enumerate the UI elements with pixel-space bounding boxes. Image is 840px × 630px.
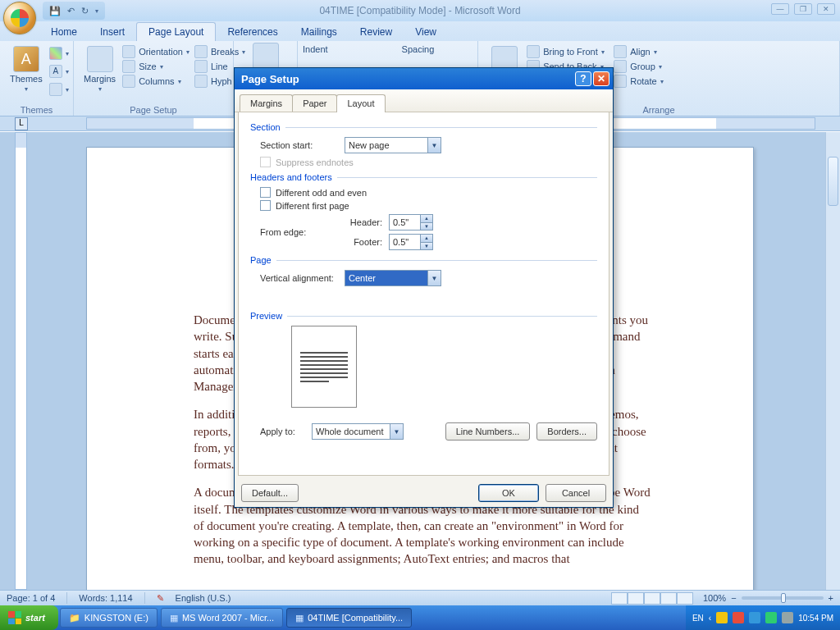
- zoom-in-button[interactable]: +: [829, 593, 833, 603]
- spinner-down-icon[interactable]: ▼: [420, 243, 432, 250]
- bring-to-front-button[interactable]: Bring to Front ▾: [525, 44, 609, 59]
- section-start-label: Section start:: [260, 140, 338, 150]
- titlebar: 💾 ↶ ↻ ▾ 04TIME [Compatibility Mode] - Mi…: [0, 0, 840, 21]
- tab-selector[interactable]: L: [15, 117, 28, 130]
- dialog-body: Section Section start: New page▼ Suppres…: [238, 112, 609, 476]
- tray-icon[interactable]: [733, 612, 744, 623]
- taskbar: start 📁KINGSTON (E:) ▦MS Word 2007 - Mic…: [0, 605, 840, 630]
- vertical-ruler[interactable]: [15, 132, 27, 590]
- undo-icon[interactable]: ↶: [67, 6, 75, 16]
- save-icon[interactable]: 💾: [49, 6, 61, 16]
- default-button[interactable]: Default...: [241, 484, 299, 502]
- status-words[interactable]: Words: 1,114: [79, 593, 132, 603]
- footer-label: Footer:: [345, 237, 382, 247]
- tray-icon[interactable]: [749, 612, 760, 623]
- page-setup-dialog: Page Setup ? ✕ Margins Paper Layout Sect…: [234, 67, 614, 508]
- tray-volume-icon[interactable]: [782, 612, 793, 623]
- tray-expand-icon[interactable]: ‹: [709, 614, 711, 623]
- tab-insert[interactable]: Insert: [89, 23, 136, 41]
- status-language[interactable]: English (U.S.): [176, 593, 231, 603]
- dialog-footer: Default... OK Cancel: [241, 484, 606, 502]
- group-button[interactable]: Group ▾: [612, 59, 664, 74]
- different-first-page-checkbox[interactable]: Different first page: [260, 200, 597, 211]
- tray-icon[interactable]: [716, 612, 728, 623]
- spinner-up-icon[interactable]: ▲: [420, 235, 432, 243]
- different-odd-even-checkbox[interactable]: Different odd and even: [260, 187, 597, 198]
- minimize-button[interactable]: —: [771, 3, 789, 15]
- dialog-close-button[interactable]: ✕: [593, 71, 609, 86]
- dialog-help-button[interactable]: ?: [575, 71, 591, 86]
- section-start-select[interactable]: New page▼: [345, 137, 441, 153]
- taskbar-item-explorer[interactable]: 📁KINGSTON (E:): [60, 608, 158, 628]
- group-page-setup-label: Page Setup: [74, 105, 233, 115]
- size-button[interactable]: Size ▾: [121, 59, 191, 74]
- section-label: Section: [250, 122, 281, 132]
- align-button[interactable]: Align ▾: [612, 44, 664, 59]
- dialog-titlebar[interactable]: Page Setup ? ✕: [235, 68, 613, 89]
- tray-clock[interactable]: 10:54 PM: [798, 614, 833, 623]
- preview-thumbnail: [291, 326, 357, 408]
- word-icon: ▦: [295, 613, 304, 623]
- tab-references[interactable]: References: [216, 23, 289, 41]
- cancel-button[interactable]: Cancel: [546, 484, 606, 502]
- tab-review[interactable]: Review: [349, 23, 404, 41]
- rotate-button[interactable]: Rotate ▾: [612, 74, 664, 89]
- tab-page-layout[interactable]: Page Layout: [136, 22, 216, 41]
- start-button[interactable]: start: [0, 605, 58, 630]
- columns-button[interactable]: Columns ▾: [121, 74, 191, 89]
- tray-language[interactable]: EN: [692, 614, 704, 623]
- vertical-alignment-label: Vertical alignment:: [260, 273, 338, 283]
- tab-home[interactable]: Home: [39, 23, 89, 41]
- status-page[interactable]: Page: 1 of 4: [7, 593, 55, 603]
- suppress-endnotes-checkbox: Suppress endnotes: [260, 157, 597, 167]
- themes-button[interactable]: AThemes▾: [5, 43, 48, 97]
- spinner-up-icon[interactable]: ▲: [420, 215, 432, 223]
- scrollbar-thumb[interactable]: [828, 157, 838, 206]
- line-numbers-button[interactable]: Line Numbers...: [445, 422, 531, 441]
- theme-fonts-button[interactable]: A▾: [48, 64, 71, 79]
- spacing-label: Spacing: [402, 44, 435, 54]
- close-window-button[interactable]: ✕: [817, 3, 835, 15]
- taskbar-item-word2[interactable]: ▦04TIME [Compatibility...: [286, 608, 412, 628]
- qat-dropdown-icon[interactable]: ▾: [95, 7, 98, 15]
- vertical-scrollbar[interactable]: [825, 132, 840, 590]
- dialog-tab-layout[interactable]: Layout: [336, 94, 385, 112]
- apply-to-select[interactable]: Whole document▼: [312, 423, 404, 440]
- footer-distance-input[interactable]: 0.5"▲▼: [389, 234, 433, 250]
- tray-icon[interactable]: [765, 612, 777, 623]
- ok-button[interactable]: OK: [478, 484, 539, 502]
- vertical-alignment-select[interactable]: Center▼: [345, 270, 441, 286]
- theme-colors-button[interactable]: ▾: [48, 46, 71, 61]
- maximize-button[interactable]: ❐: [794, 3, 812, 15]
- quick-access-toolbar: 💾 ↶ ↻ ▾: [43, 2, 105, 20]
- zoom-level[interactable]: 100%: [703, 593, 726, 603]
- indent-label: Indent: [303, 44, 328, 54]
- tab-view[interactable]: View: [404, 23, 448, 41]
- status-bar: Page: 1 of 4 Words: 1,114 ✎ English (U.S…: [0, 590, 840, 605]
- zoom-out-button[interactable]: −: [731, 593, 736, 603]
- spinner-down-icon[interactable]: ▼: [420, 223, 432, 231]
- tab-mailings[interactable]: Mailings: [290, 23, 349, 41]
- preview-label: Preview: [250, 311, 282, 321]
- headers-footers-label: Headers and footers: [250, 172, 332, 182]
- zoom-slider[interactable]: [742, 596, 824, 600]
- system-tray[interactable]: EN ‹ 10:54 PM: [686, 605, 840, 630]
- chevron-down-icon: ▼: [427, 138, 441, 153]
- chevron-down-icon: ▼: [427, 271, 441, 285]
- apply-to-label: Apply to:: [260, 427, 305, 436]
- theme-effects-button[interactable]: ▾: [48, 82, 71, 97]
- taskbar-item-word1[interactable]: ▦MS Word 2007 - Micr...: [161, 608, 283, 628]
- proofing-icon[interactable]: ✎: [157, 593, 164, 604]
- redo-icon[interactable]: ↻: [81, 6, 89, 16]
- borders-button[interactable]: Borders...: [536, 422, 597, 441]
- margins-button[interactable]: Margins▾: [79, 43, 121, 96]
- header-distance-input[interactable]: 0.5"▲▼: [389, 214, 433, 231]
- dialog-title: Page Setup: [241, 73, 299, 85]
- folder-icon: 📁: [69, 613, 80, 623]
- window-title: 04TIME [Compatibility Mode] - Microsoft …: [0, 5, 840, 16]
- office-button[interactable]: [3, 2, 36, 34]
- dialog-tab-margins[interactable]: Margins: [240, 94, 293, 112]
- dialog-tab-paper[interactable]: Paper: [292, 94, 337, 112]
- view-buttons[interactable]: [611, 592, 693, 605]
- orientation-button[interactable]: Orientation ▾: [121, 44, 191, 59]
